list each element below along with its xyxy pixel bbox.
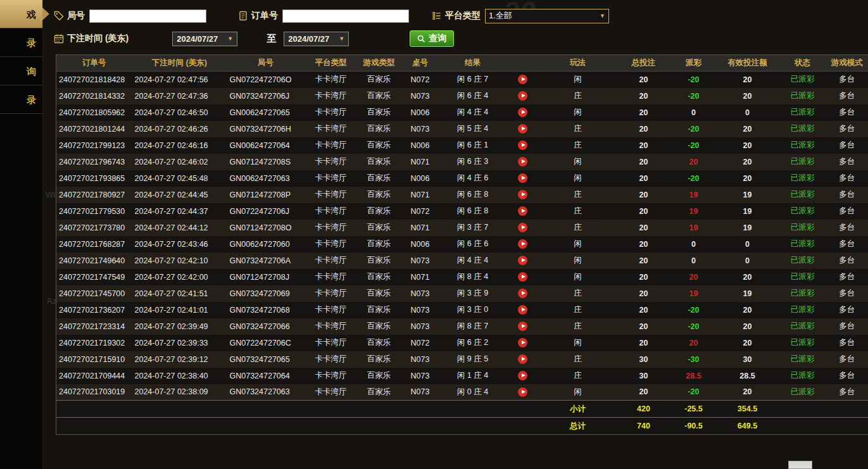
col-table-no: 桌号 [401, 55, 440, 72]
play-triangle-icon [522, 94, 525, 97]
cell-round-no: GN0722472706O [227, 72, 305, 88]
cell-game-type: 百家乐 [358, 88, 401, 104]
sidebar-item-record-1[interactable]: 录 [0, 28, 42, 57]
cell-bet-time: 2024-07-27 02:41:01 [132, 302, 227, 318]
cell-bet-side: 庄 [540, 137, 616, 154]
replay-icon[interactable] [518, 354, 527, 364]
cell-payout: 19 [672, 203, 716, 220]
cell-game-type: 百家乐 [358, 104, 401, 121]
cell-bet-time: 2024-07-27 02:38:09 [132, 384, 227, 401]
sidebar-item-game[interactable]: 戏 [0, 0, 42, 28]
cell-round-no: GN0732472706A [227, 253, 305, 269]
cell-bet-side: 庄 [540, 302, 616, 318]
cell-payout: 20 [672, 269, 716, 285]
cell-order-no: 240727021773780 [56, 220, 132, 236]
replay-icon[interactable] [518, 256, 527, 265]
cell-game-mode: 多台 [826, 203, 868, 220]
cell-replay [506, 104, 540, 121]
cell-valid-bet: 19 [716, 220, 779, 236]
sidebar-item-record-2[interactable]: 录 [0, 85, 42, 114]
pagination-box[interactable] [788, 461, 812, 469]
cell-table-no: N073 [401, 384, 440, 401]
replay-icon[interactable] [518, 387, 527, 397]
replay-icon[interactable] [518, 141, 527, 150]
date-from-select[interactable]: 2024/07/27 ▼ [172, 32, 237, 46]
cell-status: 已派彩 [779, 269, 826, 285]
cell-round-no: GN0732472706J [227, 88, 305, 104]
replay-icon[interactable] [518, 124, 527, 134]
cell-status: 已派彩 [779, 203, 826, 220]
replay-icon[interactable] [518, 173, 527, 183]
cell-platform: 卡卡湾厅 [305, 384, 358, 401]
replay-icon[interactable] [518, 75, 527, 84]
play-triangle-icon [522, 143, 525, 147]
cell-bet-side: 庄 [540, 203, 616, 220]
replay-icon[interactable] [518, 190, 527, 199]
replay-icon[interactable] [518, 322, 527, 331]
cell-game-type: 百家乐 [358, 187, 401, 203]
cell-bet-side: 庄 [540, 318, 616, 335]
cell-valid-bet: 20 [716, 302, 779, 318]
cell-order-no: 240727021723314 [56, 318, 132, 335]
sidebar: 戏 录 询 录 [0, 0, 43, 469]
cell-bet-side: 庄 [540, 187, 616, 203]
document-icon [238, 11, 248, 21]
col-valid-bet: 有效投注额 [716, 55, 779, 72]
cell-payout: 19 [672, 285, 716, 302]
replay-icon[interactable] [518, 305, 527, 315]
replay-icon[interactable] [518, 272, 527, 282]
cell-order-no: 240727021796743 [56, 154, 132, 170]
to-label: 至 [267, 33, 276, 45]
cell-valid-bet: 28.5 [716, 368, 779, 384]
table-row: 2407270217737802024-07-27 02:44:12GN0712… [56, 220, 868, 236]
cell-table-no: N072 [401, 335, 440, 351]
filter-row-1: 局号 订单号 平台类型 1.全部 ▼ [54, 6, 868, 25]
total-total-bet: 740 [616, 418, 672, 435]
replay-icon[interactable] [518, 91, 527, 101]
table-row: 2407270218059622024-07-27 02:46:50GN0062… [56, 104, 868, 121]
round-no-input[interactable] [89, 9, 206, 23]
replay-icon[interactable] [518, 371, 527, 380]
cell-table-no: N073 [401, 351, 440, 368]
cell-table-no: N073 [401, 368, 440, 384]
cell-table-no: N073 [401, 318, 440, 335]
cell-total-bet: 20 [616, 170, 672, 187]
cell-replay [506, 203, 540, 220]
cell-game-mode: 多台 [826, 104, 868, 121]
cell-game-mode: 多台 [826, 285, 868, 302]
replay-icon[interactable] [518, 108, 527, 117]
cell-bet-time: 2024-07-27 02:42:10 [132, 253, 227, 269]
cell-round-no: GN0722472706C [227, 335, 305, 351]
sidebar-item-query[interactable]: 询 [0, 57, 42, 85]
subtotal-payout: -25.5 [672, 401, 716, 418]
replay-icon[interactable] [518, 239, 527, 249]
platform-type-select[interactable]: 1.全部 ▼ [485, 9, 609, 23]
cell-game-type: 百家乐 [358, 220, 401, 236]
table-row: 2407270218012442024-07-27 02:46:26GN0732… [56, 121, 868, 137]
cell-total-bet: 20 [616, 220, 672, 236]
cell-replay [506, 72, 540, 88]
cell-result: 闲 4 庄 4 [440, 253, 506, 269]
replay-icon[interactable] [518, 223, 527, 232]
date-to-select[interactable]: 2024/07/27 ▼ [284, 32, 349, 46]
cell-total-bet: 20 [616, 104, 672, 121]
cell-table-no: N073 [401, 88, 440, 104]
replay-icon[interactable] [518, 157, 527, 166]
replay-icon[interactable] [518, 206, 527, 216]
platform-type-value: 1.全部 [489, 10, 512, 22]
cell-game-mode: 多台 [826, 302, 868, 318]
cell-valid-bet: 20 [716, 384, 779, 401]
cell-status: 已派彩 [779, 285, 826, 302]
query-button[interactable]: 查询 [410, 30, 454, 47]
cell-status: 已派彩 [779, 220, 826, 236]
cell-round-no: GN0712472708P [227, 187, 305, 203]
replay-icon[interactable] [518, 289, 527, 298]
cell-table-no: N073 [401, 121, 440, 137]
cell-game-type: 百家乐 [358, 368, 401, 384]
order-no-input[interactable] [282, 9, 409, 23]
chevron-down-icon: ▼ [339, 36, 344, 42]
replay-icon[interactable] [518, 338, 527, 347]
filter-bar: 局号 订单号 平台类型 1.全部 ▼ [43, 0, 868, 48]
cell-order-no: 240727021709444 [56, 368, 132, 384]
order-no-label: 订单号 [251, 10, 278, 22]
